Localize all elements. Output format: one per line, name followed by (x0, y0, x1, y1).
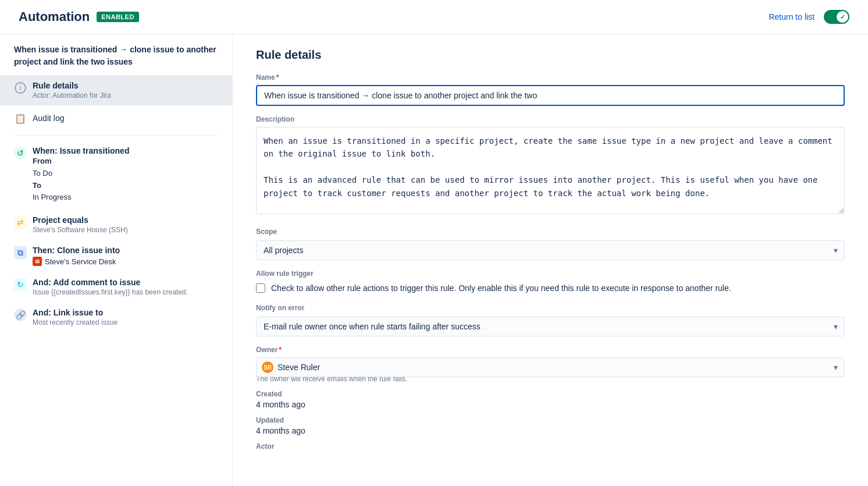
step-clone-title: Then: Clone issue into (33, 246, 218, 255)
notify-label: Notify on error (256, 304, 845, 312)
step-comment-title: And: Add comment to issue (33, 278, 218, 287)
notify-wrapper: E-mail rule owner once when rule starts … (256, 317, 845, 336)
allow-trigger-text: Check to allow other rule actions to tri… (271, 282, 731, 295)
actor-label: Actor (256, 442, 845, 450)
notify-select[interactable]: E-mail rule owner once when rule starts … (256, 317, 845, 336)
created-label: Created (256, 390, 845, 398)
allow-trigger-label: Allow rule trigger (256, 269, 845, 278)
rule-details-title: Rule details (33, 81, 218, 90)
rule-title: When issue is transitioned → clone issue… (0, 44, 232, 75)
name-required: * (276, 73, 279, 81)
sidebar-step-when-transitioned[interactable]: ↺ When: Issue transitioned From To Do To… (0, 140, 232, 210)
allow-trigger-checkbox[interactable] (256, 283, 265, 293)
right-panel: Rule details Name* Description When an i… (233, 34, 868, 486)
step-project-subtitle: Steve's Software House (SSH) (33, 226, 218, 234)
step-clone-subtitle: Steve's Service Desk (45, 257, 116, 266)
audit-log-label: Audit log (33, 113, 64, 123)
transition-icon: ↺ (14, 147, 27, 159)
owner-select[interactable]: Steve Ruler (256, 357, 845, 377)
step-comment-content: And: Add comment to issue Issue {{create… (33, 278, 218, 296)
to-value: In Progress (33, 193, 71, 201)
sidebar-divider (14, 135, 218, 136)
toggle-check-icon: ✓ (840, 13, 845, 21)
info-icon: i (14, 81, 27, 94)
step-when-from-to: From To Do To In Progress (33, 155, 218, 204)
step-clone-content: Then: Clone issue into 🛎 Steve's Service… (33, 246, 218, 266)
name-input[interactable] (256, 85, 845, 106)
step-project-content: Project equals Steve's Software House (S… (33, 215, 218, 234)
shuffle-icon: ⇄ (14, 216, 27, 229)
from-label: From (33, 157, 52, 165)
service-desk-icon: 🛎 (33, 257, 42, 266)
sidebar-item-audit-log[interactable]: 📋 Audit log (0, 105, 232, 130)
sidebar-step-comment[interactable]: ↻ And: Add comment to issue Issue {{crea… (0, 272, 232, 302)
scope-select[interactable]: All projects Single project Multiple pro… (256, 240, 845, 260)
audit-icon: 📋 (14, 112, 27, 125)
updated-value: 4 months ago (256, 426, 845, 435)
sidebar-step-project-equals[interactable]: ⇄ Project equals Steve's Software House … (0, 210, 232, 240)
clone-icon: ⧉ (14, 246, 27, 259)
owner-avatar: SR (262, 361, 273, 373)
allow-trigger-section: Allow rule trigger Check to allow other … (256, 269, 845, 295)
description-textarea[interactable]: When an issue is transitioned in a speci… (256, 127, 845, 214)
owner-required: * (279, 346, 282, 354)
enabled-badge: ENABLED (97, 12, 139, 22)
from-value: To Do (33, 169, 52, 178)
comment-icon: ↻ (14, 278, 27, 291)
allow-trigger-row: Check to allow other rule actions to tri… (256, 282, 845, 295)
step-comment-subtitle: Issue {{createdIssues.first.key}} has be… (33, 288, 218, 296)
link-icon: 🔗 (14, 308, 27, 321)
owner-label: Owner* (256, 346, 845, 354)
sidebar: When issue is transitioned → clone issue… (0, 34, 233, 486)
step-link-content: And: Link issue to Most recently created… (33, 308, 218, 327)
main-content: When issue is transitioned → clone issue… (0, 34, 868, 486)
app-title: Automation (19, 9, 90, 24)
scope-label: Scope (256, 228, 845, 236)
panel-title: Rule details (256, 48, 845, 62)
owner-initials: SR (264, 364, 272, 371)
rule-details-content: Rule details Actor: Automation for Jira (33, 81, 218, 100)
created-value: 4 months ago (256, 400, 845, 409)
step-when-title: When: Issue transitioned (33, 146, 218, 155)
service-desk-row: 🛎 Steve's Service Desk (33, 257, 218, 266)
step-link-title: And: Link issue to (33, 308, 218, 317)
step-project-title: Project equals (33, 215, 218, 225)
return-to-list-link[interactable]: Return to list (769, 12, 814, 22)
step-link-subtitle: Most recently created issue (33, 318, 218, 327)
name-label: Name* (256, 73, 845, 81)
updated-label: Updated (256, 416, 845, 424)
description-label: Description (256, 115, 845, 123)
to-label: To (33, 181, 41, 190)
toggle-knob: ✓ (837, 11, 848, 23)
sidebar-step-clone[interactable]: ⧉ Then: Clone issue into 🛎 Steve's Servi… (0, 240, 232, 272)
header: Automation ENABLED Return to list ✓ (0, 0, 868, 34)
sidebar-item-rule-details[interactable]: i Rule details Actor: Automation for Jir… (0, 75, 232, 105)
owner-select-wrapper: SR Steve Ruler ▾ (256, 357, 845, 377)
enable-toggle[interactable]: ✓ (824, 10, 849, 24)
meta-section: Created 4 months ago Updated 4 months ag… (256, 390, 845, 450)
header-left: Automation ENABLED (19, 9, 139, 24)
step-when-content: When: Issue transitioned From To Do To I… (33, 146, 218, 204)
header-right: Return to list ✓ (769, 10, 849, 24)
scope-wrapper: All projects Single project Multiple pro… (256, 240, 845, 260)
rule-details-subtitle: Actor: Automation for Jira (33, 91, 218, 100)
sidebar-step-link[interactable]: 🔗 And: Link issue to Most recently creat… (0, 302, 232, 332)
